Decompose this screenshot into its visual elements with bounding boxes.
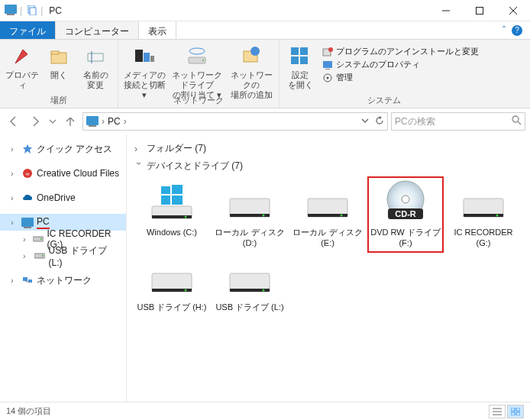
svg-rect-43	[172, 185, 183, 194]
nav-quick-label: クイック アクセス	[37, 143, 112, 156]
svg-point-33	[40, 238, 42, 240]
properties-label: プロパティ	[5, 70, 40, 90]
map-drive-button[interactable]: ネットワーク ドライブ の割り当て ▾	[167, 43, 227, 101]
open-button[interactable]: 開く	[41, 43, 76, 80]
chevron-right-icon[interactable]: ›	[134, 144, 144, 154]
address-sep2[interactable]: ›	[124, 116, 127, 127]
svg-rect-10	[135, 50, 143, 62]
svg-point-64	[263, 289, 265, 291]
refresh-icon[interactable]	[375, 116, 384, 128]
manage-label: 管理	[336, 72, 353, 83]
svg-point-15	[189, 48, 205, 54]
svg-rect-68	[511, 408, 515, 411]
nav-onedrive-label: OneDrive	[37, 192, 76, 203]
drive-label: USB ドライブ (H:)	[137, 302, 206, 313]
drive-item[interactable]: IC RECORDER (G:)	[446, 177, 521, 252]
section-devices[interactable]: › デバイスとドライブ (7)	[134, 160, 530, 173]
star-icon	[21, 143, 34, 155]
chevron-right-icon[interactable]: ›	[23, 234, 30, 244]
svg-rect-36	[23, 277, 27, 281]
search-icon[interactable]	[512, 115, 522, 128]
open-settings-button[interactable]: 設定 を開く	[284, 43, 316, 90]
nav-network[interactable]: › ネットワーク	[0, 272, 126, 289]
navigation-bar: › PC ›	[0, 108, 530, 134]
section-folders[interactable]: › フォルダー (7)	[134, 142, 530, 155]
media-label: メディアの 接続と切断 ▾	[123, 70, 166, 101]
view-tiles-button[interactable]	[507, 405, 524, 418]
add-location-label: ネットワークの 場所の追加	[228, 70, 274, 101]
svg-point-51	[341, 215, 343, 217]
nav-quick-access[interactable]: › クイック アクセス	[0, 141, 126, 157]
nav-creative-cloud[interactable]: › ∞ Creative Cloud Files	[0, 165, 126, 182]
drive-item[interactable]: USB ドライブ (H:)	[134, 252, 209, 316]
drive-icon	[144, 255, 199, 299]
nav-usb[interactable]: › USB ドライブ (L:)	[0, 247, 126, 264]
chevron-right-icon[interactable]: ›	[11, 169, 18, 178]
close-button[interactable]	[496, 0, 530, 21]
svg-rect-8	[88, 53, 103, 61]
svg-point-53	[402, 195, 409, 203]
onedrive-icon	[21, 192, 34, 204]
svg-rect-71	[516, 412, 520, 415]
chevron-right-icon[interactable]: ›	[23, 251, 31, 260]
tab-computer[interactable]: コンピューター	[56, 21, 139, 39]
minimize-button[interactable]	[429, 0, 463, 21]
search-input[interactable]	[395, 116, 512, 127]
tab-file[interactable]: ファイル	[0, 21, 56, 39]
chevron-right-icon[interactable]: ›	[11, 193, 18, 202]
chevron-right-icon[interactable]: ›	[11, 276, 18, 285]
drive-item[interactable]: ローカル ディスク (E:)	[290, 177, 365, 252]
explorer-body: › クイック アクセス › ∞ Creative Cloud Files › O…	[0, 134, 530, 402]
chevron-right-icon[interactable]: ›	[11, 218, 18, 227]
up-button[interactable]	[61, 112, 79, 131]
help-icon[interactable]: ?	[512, 25, 522, 36]
drive-item[interactable]: CD-RDVD RW ドライブ (F:)	[368, 177, 443, 252]
svg-point-17	[250, 47, 260, 56]
chevron-right-icon[interactable]: ›	[11, 144, 18, 153]
svg-point-41	[185, 216, 187, 218]
back-button[interactable]	[5, 112, 23, 131]
maximize-button[interactable]	[463, 0, 496, 21]
svg-point-14	[202, 60, 204, 61]
copy-icon[interactable]	[25, 5, 37, 17]
drive-item[interactable]: USB ドライブ (L:)	[212, 252, 287, 316]
tab-view[interactable]: 表示	[139, 21, 176, 39]
ribbon-collapse-icon[interactable]: ˆ	[503, 25, 506, 36]
qat-separator: |	[20, 5, 22, 16]
address-crumb-pc[interactable]: PC	[108, 116, 121, 127]
pc-icon	[5, 5, 17, 16]
svg-text:∞: ∞	[26, 171, 30, 176]
svg-rect-18	[291, 47, 299, 55]
drive-item[interactable]: Windows (C:)	[134, 177, 209, 252]
uninstall-programs-button[interactable]: プログラムのアンインストールと変更	[322, 46, 479, 57]
media-connect-button[interactable]: メディアの 接続と切断 ▾	[123, 43, 166, 101]
svg-point-48	[263, 215, 265, 217]
svg-rect-70	[511, 412, 515, 415]
ribbon: プロパティ 開く 名前の 変更 場所 メディアの 接続と切断 ▾ ネットワーク …	[0, 40, 530, 108]
chevron-down-icon[interactable]: ›	[134, 162, 144, 171]
svg-rect-7	[51, 51, 59, 54]
ribbon-group-network: メディアの 接続と切断 ▾ ネットワーク ドライブ の割り当て ▾ ネットワーク…	[118, 40, 280, 108]
svg-line-29	[518, 121, 521, 124]
group-location-label: 場所	[50, 93, 67, 107]
manage-button[interactable]: 管理	[322, 72, 479, 83]
drive-icon	[222, 180, 277, 225]
history-dropdown[interactable]	[47, 112, 58, 131]
forward-button[interactable]	[26, 112, 44, 131]
system-properties-button[interactable]: システムのプロパティ	[322, 59, 479, 70]
add-network-location-button[interactable]: ネットワークの 場所の追加	[228, 43, 274, 101]
drive-grid: Windows (C:)ローカル ディスク (D:)ローカル ディスク (E:)…	[134, 177, 530, 315]
drive-item[interactable]: ローカル ディスク (D:)	[212, 177, 287, 252]
search-box[interactable]	[391, 112, 525, 131]
drive-icon	[33, 233, 44, 245]
address-bar[interactable]: › PC ›	[82, 112, 388, 131]
nav-onedrive[interactable]: › OneDrive	[0, 189, 126, 206]
svg-rect-24	[323, 61, 332, 68]
view-details-button[interactable]	[489, 405, 506, 418]
open-label: 開く	[50, 70, 67, 80]
drive-icon	[456, 180, 511, 225]
rename-button[interactable]: 名前の 変更	[78, 43, 113, 90]
properties-button[interactable]: プロパティ	[5, 43, 40, 90]
nav-usb-label: USB ドライブ (L:)	[49, 244, 122, 268]
address-dropdown-icon[interactable]	[361, 116, 369, 127]
